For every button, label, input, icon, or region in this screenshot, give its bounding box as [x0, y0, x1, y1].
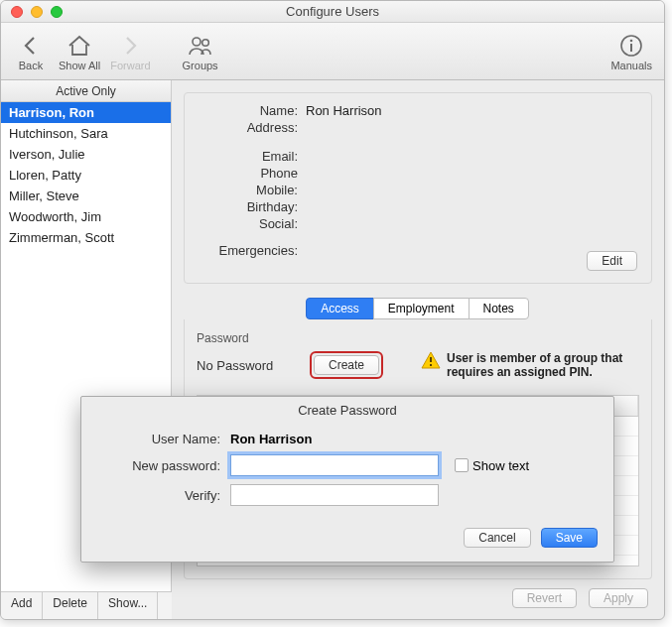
window-title: Configure Users [1, 4, 664, 19]
chevron-right-icon [116, 32, 144, 60]
groups-button[interactable]: Groups [183, 32, 218, 71]
tab-bar: Access Employment Notes [184, 298, 652, 319]
phone-label: Phone [199, 166, 298, 181]
dialog-title: Create Password [81, 397, 613, 428]
user-details-panel: Name:Ron Harrison Address: Email: Phone … [184, 92, 652, 284]
cancel-button[interactable]: Cancel [464, 528, 530, 548]
new-password-input[interactable] [230, 454, 439, 476]
create-password-button[interactable]: Create [314, 355, 379, 375]
tab-employment[interactable]: Employment [373, 298, 470, 319]
address-label: Address: [199, 120, 298, 135]
configure-users-window: Configure Users Back Show All Forward [0, 0, 665, 620]
info-icon [617, 32, 645, 60]
user-item[interactable]: Iverson, Julie [1, 144, 171, 165]
svg-rect-6 [430, 364, 432, 366]
create-password-highlight: Create [310, 351, 383, 379]
username-label: User Name: [101, 432, 220, 446]
revert-button[interactable]: Revert [512, 588, 577, 608]
social-label: Social: [199, 216, 298, 231]
birthday-label: Birthday: [199, 199, 298, 214]
user-item[interactable]: Zimmerman, Scott [1, 227, 171, 248]
user-item[interactable]: Woodworth, Jim [1, 206, 171, 227]
username-value: Ron Harrison [230, 432, 312, 446]
save-button[interactable]: Save [541, 528, 598, 548]
pin-warning: User is member of a group that requires … [421, 351, 639, 379]
password-section-label: Password [197, 331, 639, 345]
create-password-dialog: Create Password User Name: Ron Harrison … [80, 396, 614, 563]
chevron-left-icon [17, 32, 45, 60]
name-value: Ron Harrison [306, 103, 637, 118]
email-label: Email: [199, 149, 298, 164]
name-label: Name: [199, 103, 298, 118]
people-icon [187, 32, 214, 60]
svg-point-0 [193, 38, 201, 46]
warning-icon [421, 351, 441, 369]
verify-label: Verify: [101, 488, 220, 503]
svg-point-1 [202, 39, 208, 46]
tab-notes[interactable]: Notes [469, 298, 529, 319]
svg-rect-5 [430, 357, 432, 362]
password-status: No Password [197, 358, 296, 373]
edit-button[interactable]: Edit [587, 251, 637, 271]
add-user-button[interactable]: Add [1, 592, 43, 619]
user-item[interactable]: Miller, Steve [1, 186, 171, 206]
show-filter-button[interactable]: Show... [98, 592, 158, 619]
user-item[interactable]: Hutchinson, Sara [1, 123, 171, 144]
tab-access[interactable]: Access [306, 298, 374, 319]
forward-button[interactable]: Forward [110, 32, 150, 71]
new-password-label: New password: [101, 458, 220, 473]
verify-password-input[interactable] [230, 484, 439, 506]
back-button[interactable]: Back [13, 32, 49, 71]
checkbox-icon [455, 458, 469, 472]
user-item[interactable]: Lloren, Patty [1, 165, 171, 186]
user-item-harrison-ron[interactable]: Harrison, Ron [1, 102, 171, 123]
show-text-checkbox[interactable]: Show text [455, 458, 529, 473]
toolbar: Back Show All Forward Groups [1, 23, 664, 80]
sidebar-filter-header[interactable]: Active Only [1, 80, 171, 102]
apply-button[interactable]: Apply [589, 588, 648, 608]
mobile-label: Mobile: [199, 183, 298, 197]
sidebar-footer: Add Delete Show... [1, 591, 172, 619]
emergencies-label: Emergencies: [199, 243, 298, 271]
titlebar: Configure Users [1, 1, 664, 23]
home-icon [66, 32, 93, 60]
show-all-button[interactable]: Show All [59, 32, 100, 71]
svg-rect-4 [630, 44, 632, 52]
delete-user-button[interactable]: Delete [43, 592, 98, 619]
svg-point-3 [630, 39, 633, 42]
manuals-button[interactable]: Manuals [610, 32, 652, 71]
window-footer: Revert Apply [172, 577, 664, 619]
